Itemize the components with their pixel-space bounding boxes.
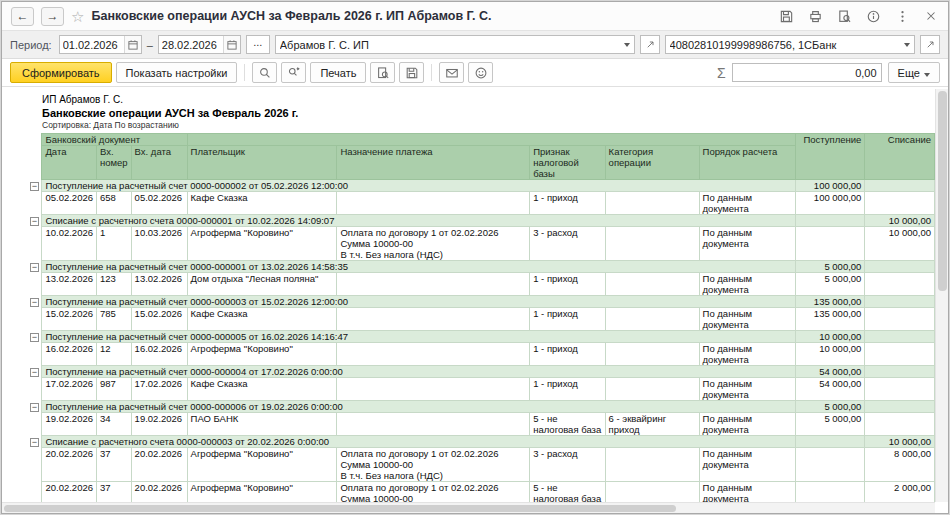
cell-payer: Дом отдыха "Лесная поляна" [187,273,337,296]
show-settings-button[interactable]: Показать настройки [116,62,238,83]
envelope-icon [445,66,459,80]
cell-date: 20.02.2026 [42,482,97,503]
report-table-header: Банковский документ Поступление Списание… [30,134,935,180]
more-button[interactable]: Еще [888,62,940,83]
header-category: Категория операции [605,146,699,180]
header-expense: Списание [865,134,935,180]
cell-purpose [337,378,530,401]
date-to-input[interactable] [159,39,223,51]
save-window-button[interactable] [778,8,794,24]
detail-row: 13.02.202612313.02.2026Дом отдыха "Лесна… [30,273,935,296]
cell-income: 5 000,00 [795,273,865,296]
preview-window-button[interactable] [836,8,852,24]
group-row: −Поступление на расчетный счет 0000-0000… [30,296,935,308]
cell-tax-base: 1 - приход [530,343,605,366]
cell-tax-base: 1 - приход [530,308,605,331]
horizontal-scrollbar-thumb[interactable] [4,505,676,512]
group-expense: 10 000,00 [865,215,935,227]
search-icon [258,66,272,80]
cell-date: 13.02.2026 [42,273,97,296]
forward-button[interactable]: → [41,7,64,26]
save-result-button[interactable] [399,62,424,83]
cell-purpose [337,413,530,436]
horizontal-scrollbar[interactable] [2,502,935,513]
collapse-group-icon[interactable]: − [30,263,39,272]
print-window-button[interactable] [807,8,823,24]
group-income: 10 000,00 [795,331,865,343]
account-combo[interactable]: 40802810199998986756, 1СБанк [665,35,915,54]
open-account-button[interactable] [920,35,940,54]
vertical-scrollbar-thumb[interactable] [938,91,947,291]
close-window-button[interactable] [923,8,939,24]
collapse-group-icon[interactable]: − [30,403,39,412]
report-area: ИП Абрамов Г. С. Банковские операции АУС… [2,89,935,502]
collapse-group-icon[interactable]: − [30,182,39,191]
smiley-icon [474,66,488,80]
header-bank-document: Банковский документ [42,134,187,146]
collapse-group-icon[interactable]: − [30,217,39,226]
cell-tax-base: 1 - приход [530,192,605,215]
group-income: 100 000,00 [795,180,865,192]
cell-date: 15.02.2026 [42,308,97,331]
chevron-down-icon [904,43,910,47]
open-organization-button[interactable] [640,35,660,54]
window-menu-button[interactable] [894,8,910,24]
cell-expense: 8 000,00 [865,448,935,482]
cell-date: 19.02.2026 [42,413,97,436]
header-purpose: Назначение платежа [337,146,530,180]
period-variants-button[interactable]: ... [246,35,270,54]
collapse-group-icon[interactable]: − [30,438,39,447]
group-row: −Поступление на расчетный счет 0000-0000… [30,366,935,378]
header-date: Дата [42,146,97,180]
cell-tax-base: 3 - расход [530,227,605,261]
group-expense [865,331,935,343]
cell-in-date: 16.02.2026 [131,343,187,366]
group-expense: 10 000,00 [865,436,935,448]
print-preview-button[interactable] [370,62,395,83]
cell-purpose: Оплата по договору 1 от 02.02.2026 Сумма… [337,227,530,261]
date-from-input[interactable] [60,39,124,51]
group-title: Поступление на расчетный счет 0000-00000… [42,180,795,192]
date-to-calendar-button[interactable] [223,36,240,53]
detail-row: 20.02.20263720.02.2026Агроферма "Коровин… [30,482,935,503]
back-button[interactable]: ← [11,7,34,26]
cell-calc-order: По данным документа [699,482,795,503]
detail-row: 16.02.20261216.02.2026Агроферма "Коровин… [30,343,935,366]
cell-in-number: 37 [96,482,131,503]
open-link-icon [924,39,936,51]
floppy-icon [405,66,419,80]
header-empty [187,134,795,146]
command-bar: Сформировать Показать настройки Печать [2,59,948,87]
printer-icon [808,9,823,24]
collapse-group-icon[interactable]: − [30,298,39,307]
cell-payer: Агроферма "Коровино" [187,448,337,482]
cell-category [605,378,699,401]
titlebar-icons [778,8,939,24]
cell-expense [865,192,935,215]
cell-in-number: 658 [96,192,131,215]
collapse-group-icon[interactable]: − [30,368,39,377]
generate-button[interactable]: Сформировать [10,62,112,83]
search-button[interactable] [252,62,277,83]
sum-field[interactable] [732,63,882,82]
vertical-scrollbar[interactable] [935,89,948,502]
cell-payer: Агроферма "Коровино" [187,482,337,503]
feedback-button[interactable] [468,62,493,83]
header-tax-base: Признак налоговой базы [530,146,605,180]
floppy-icon [779,9,794,24]
collapse-group-icon[interactable]: − [30,333,39,342]
cell-payer: Агроферма "Коровино" [187,343,337,366]
print-button[interactable]: Печать [310,62,366,83]
cell-date: 20.02.2026 [42,448,97,482]
organization-combo[interactable]: Абрамов Г. С. ИП [275,35,635,54]
find-next-button[interactable] [281,62,306,83]
group-title: Поступление на расчетный счет 0000-00000… [42,366,795,378]
cell-in-date: 13.02.2026 [131,273,187,296]
favorite-star-icon[interactable]: ☆ [71,9,84,24]
group-expense [865,180,935,192]
detail-row: 05.02.202665805.02.2026Кафе Сказка1 - пр… [30,192,935,215]
send-email-button[interactable] [439,62,464,83]
info-button[interactable] [865,8,881,24]
document-search-icon [837,9,852,24]
date-from-calendar-button[interactable] [124,36,141,53]
